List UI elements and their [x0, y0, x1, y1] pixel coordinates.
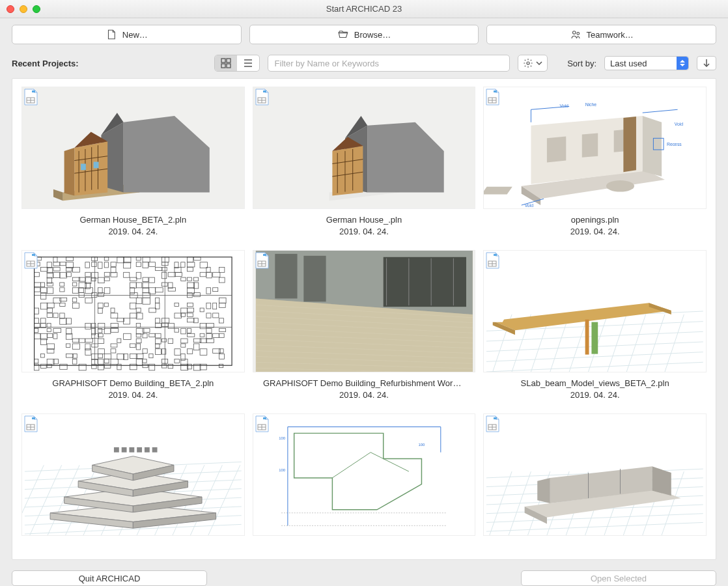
project-date: 2019. 04. 24. [483, 226, 707, 238]
svg-rect-353 [143, 364, 148, 367]
svg-rect-416 [484, 316, 506, 322]
grid-view-button[interactable] [215, 55, 237, 71]
svg-rect-422 [32, 417, 35, 419]
svg-rect-206 [98, 308, 102, 313]
svg-rect-186 [85, 298, 92, 303]
svg-rect-219 [175, 313, 181, 318]
svg-rect-304 [193, 344, 199, 350]
svg-text:Void: Void [525, 203, 534, 208]
svg-rect-106 [111, 268, 116, 273]
svg-marker-54 [547, 136, 566, 162]
svg-rect-135 [98, 277, 104, 283]
svg-rect-190 [219, 298, 226, 303]
svg-rect-121 [111, 272, 117, 277]
project-name: German House_BETA_2.pln [32, 214, 234, 226]
filter-input[interactable] [268, 55, 511, 72]
svg-rect-78 [143, 257, 150, 262]
browse-button[interactable]: Browse… [249, 25, 479, 44]
svg-rect-103 [53, 268, 60, 272]
project-caption: German House_BETA_2.pln 2019. 04. 24. [21, 214, 245, 237]
svg-rect-221 [188, 313, 193, 317]
svg-rect-418 [585, 320, 589, 355]
document-icon [255, 252, 269, 269]
select-arrows-icon [677, 57, 688, 70]
svg-rect-312 [175, 349, 180, 356]
svg-marker-16 [53, 189, 63, 201]
controls-row: Recent Projects: Sort by: Last used [0, 49, 728, 78]
svg-rect-329 [219, 354, 224, 359]
svg-rect-464 [263, 417, 266, 419]
project-card[interactable] [483, 413, 707, 541]
sort-select[interactable]: Last used [604, 56, 689, 70]
project-card[interactable]: German House_.pln 2019. 04. 24. [253, 87, 476, 237]
list-view-button[interactable] [237, 55, 259, 71]
svg-rect-208 [136, 308, 141, 312]
svg-rect-338 [136, 359, 142, 366]
svg-rect-303 [181, 344, 186, 347]
svg-rect-296 [72, 344, 79, 349]
project-caption: German House_.pln 2019. 04. 24. [253, 214, 476, 237]
svg-text:Void: Void [675, 122, 684, 126]
project-card[interactable]: VoidNicheVoidRecessVoid openings.pln 201… [483, 87, 707, 237]
grid-icon [221, 58, 231, 68]
project-card[interactable] [21, 413, 245, 541]
quit-button[interactable]: Quit ARCHICAD [12, 570, 207, 586]
svg-rect-191 [40, 303, 47, 309]
project-card[interactable]: GRAPHISOFT Demo Building_Refurbishment W… [253, 250, 476, 400]
svg-rect-228 [117, 318, 124, 322]
svg-rect-84 [53, 262, 60, 266]
svg-point-1 [576, 33, 579, 35]
sort-direction-button[interactable] [697, 56, 716, 70]
projects-panel[interactable]: German House_BETA_2.pln 2019. 04. 24. Ge… [12, 78, 716, 560]
svg-rect-278 [213, 333, 219, 337]
svg-rect-242 [136, 324, 140, 328]
svg-rect-93 [136, 262, 141, 267]
svg-rect-151 [130, 283, 136, 288]
svg-rect-232 [188, 318, 194, 322]
svg-rect-308 [111, 349, 116, 353]
svg-rect-2 [221, 59, 225, 63]
svg-rect-311 [161, 349, 165, 354]
project-card[interactable]: German House_BETA_2.pln 2019. 04. 24. [21, 87, 245, 237]
svg-rect-294 [47, 344, 54, 350]
svg-marker-498 [538, 478, 551, 503]
project-card[interactable]: GRAPHISOFT Demo Building_BETA_2.pln 2019… [21, 250, 245, 400]
svg-line-493 [486, 523, 703, 532]
settings-button[interactable] [518, 55, 548, 72]
quit-button-label: Quit ARCHICAD [79, 574, 141, 583]
project-card[interactable]: 100100100 [253, 413, 476, 541]
svg-rect-34 [263, 91, 266, 92]
bottom-row: Quit ARCHICAD Open Selected [0, 566, 728, 586]
open-selected-button[interactable]: Open Selected [521, 570, 716, 586]
svg-rect-218 [136, 313, 143, 319]
svg-rect-137 [130, 277, 136, 281]
project-date: 2019. 04. 24. [21, 226, 245, 238]
svg-rect-211 [188, 308, 194, 312]
svg-rect-110 [188, 268, 193, 272]
svg-rect-238 [85, 324, 91, 329]
chevron-down-icon [536, 60, 542, 66]
document-icon [23, 89, 38, 105]
recent-projects-label: Recent Projects: [12, 59, 79, 68]
project-name: German House_.pln [263, 214, 465, 226]
svg-rect-251 [66, 329, 72, 335]
svg-rect-170 [156, 288, 163, 292]
svg-rect-159 [40, 288, 47, 293]
svg-rect-339 [143, 359, 147, 363]
svg-rect-375 [303, 256, 326, 301]
new-button[interactable]: New… [12, 25, 242, 44]
project-caption: SLab_beam_Model_views_BETA_2.pln 2019. 0… [483, 378, 707, 400]
document-icon [255, 415, 269, 432]
project-thumbnail [21, 250, 245, 372]
svg-rect-259 [181, 329, 186, 334]
svg-rect-158 [35, 288, 40, 292]
svg-rect-88 [92, 262, 97, 267]
teamwork-button-label: Teamwork… [587, 30, 634, 40]
project-card[interactable]: SLab_beam_Model_views_BETA_2.pln 2019. 0… [483, 250, 707, 400]
svg-text:100: 100 [418, 443, 425, 447]
document-icon [255, 89, 269, 105]
project-caption: GRAPHISOFT Demo Building_Refurbishment W… [253, 378, 476, 400]
project-name: GRAPHISOFT Demo Building_Refurbishment W… [263, 378, 465, 389]
teamwork-button[interactable]: Teamwork… [486, 25, 716, 44]
svg-rect-277 [206, 333, 212, 339]
